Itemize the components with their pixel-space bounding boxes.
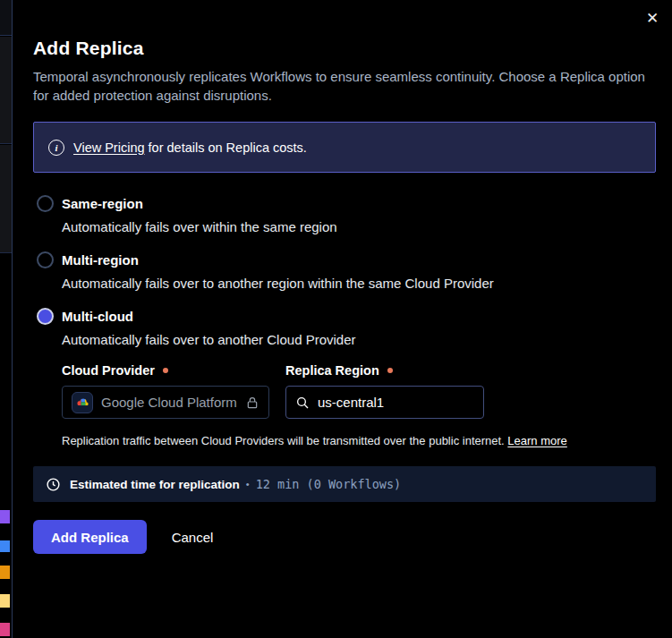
add-replica-button[interactable]: Add Replica (33, 520, 147, 554)
page-title: Add Replica (33, 38, 656, 59)
google-cloud-icon (72, 392, 93, 413)
replica-option-group: Same-region Automatically fails over wit… (33, 195, 656, 447)
background-page-edge (0, 0, 12, 638)
required-dot (163, 368, 168, 373)
option-description: Automatically fails over to another regi… (62, 274, 656, 293)
action-button-row: Add Replica Cancel (33, 520, 656, 554)
add-replica-modal: ✕ Add Replica Temporal asynchronously re… (12, 0, 672, 638)
cloud-provider-label: Cloud Provider (62, 363, 285, 378)
background-panel (0, 145, 12, 253)
option-label[interactable]: Same-region (62, 195, 656, 212)
view-pricing-link[interactable]: View Pricing (73, 140, 145, 155)
background-color-block-yellow (0, 594, 10, 608)
cloud-provider-select[interactable]: Google Cloud Platform (62, 386, 269, 419)
background-panel (0, 0, 12, 36)
estimate-label: Estimated time for replication (70, 478, 240, 491)
pricing-banner-rest: for details on Replica costs. (145, 140, 307, 155)
option-label[interactable]: Multi-cloud (62, 308, 656, 325)
pricing-info-banner: i View Pricing for details on Replica co… (33, 122, 656, 173)
option-label[interactable]: Multi-region (62, 251, 656, 268)
background-color-block-blue (0, 540, 10, 552)
modal-description: Temporal asynchronously replicates Workf… (33, 67, 656, 105)
replica-region-field[interactable] (285, 386, 484, 419)
learn-more-link[interactable]: Learn more (507, 434, 566, 447)
public-internet-note: Replication traffic between Cloud Provid… (62, 434, 656, 447)
cloud-provider-value: Google Cloud Platform (101, 395, 237, 410)
radio-multi-cloud[interactable] (37, 308, 54, 325)
radio-same-region[interactable] (37, 195, 54, 212)
option-same-region[interactable]: Same-region Automatically fails over wit… (33, 195, 656, 236)
option-multi-cloud[interactable]: Multi-cloud Automatically fails over to … (33, 308, 656, 447)
replication-estimate-banner: Estimated time for replication • 12 min … (33, 466, 656, 502)
option-description: Automatically fails over to another Clou… (62, 330, 656, 349)
replica-region-label: Replica Region (285, 363, 393, 378)
lock-icon (245, 396, 259, 410)
required-dot (387, 368, 393, 373)
info-icon: i (48, 140, 64, 156)
radio-multi-region[interactable] (37, 251, 54, 268)
option-multi-region[interactable]: Multi-region Automatically fails over to… (33, 251, 656, 293)
close-icon[interactable]: ✕ (642, 8, 662, 28)
estimate-value: 12 min (0 Workflows) (256, 477, 402, 491)
clock-icon (46, 477, 61, 492)
background-color-block-orange (0, 566, 10, 579)
pricing-banner-text: View Pricing for details on Replica cost… (73, 140, 307, 155)
replica-region-input[interactable] (318, 395, 461, 410)
background-color-block-purple (0, 510, 10, 523)
estimate-separator: • (246, 479, 250, 489)
multi-cloud-subform: Cloud Provider Replica Region (62, 363, 656, 447)
background-color-block-pink (0, 623, 10, 636)
search-icon (295, 396, 310, 410)
background-panel (0, 37, 12, 144)
option-description: Automatically fails over within the same… (62, 217, 656, 236)
cancel-button[interactable]: Cancel (172, 530, 214, 545)
